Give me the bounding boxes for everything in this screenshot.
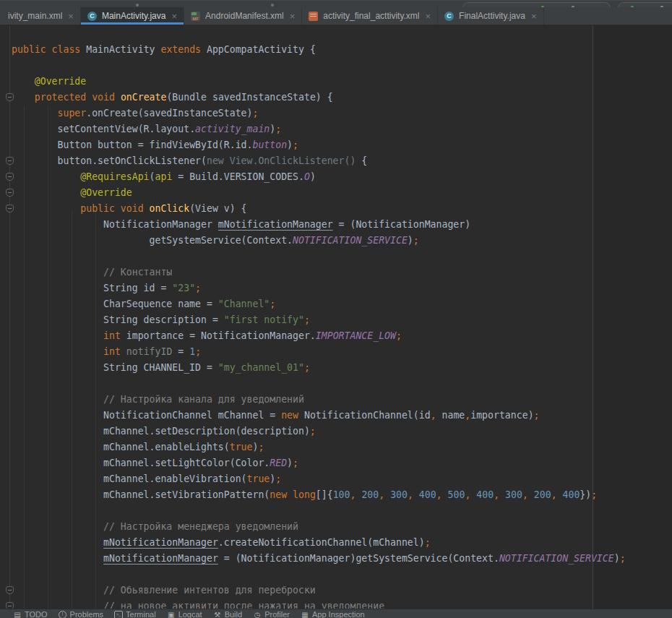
code-line[interactable]: mChannel.enableVibration(true); [12,471,672,487]
tool-window-button-problems[interactable]: Problems [59,611,103,618]
toolbar-dot-icon [136,4,139,7]
code-line[interactable]: String description = "first notify"; [12,312,672,328]
fold-marker-icon[interactable]: – [6,93,14,101]
code-token: 200 [361,489,379,500]
code-line[interactable] [12,58,672,74]
code-line[interactable]: Button button = findViewById(R.id.button… [12,137,672,153]
code-token: = Build.VERSION_CODES. [172,171,304,182]
code-line[interactable]: mNotificationManager.createNotificationC… [12,535,672,551]
code-token: 1 [189,346,195,357]
toolbar-dot-icon [271,4,274,7]
code-token: mNotificationManager [103,537,218,548]
code-token: super [58,108,87,119]
code-token: long [293,489,316,500]
tool-window-label: TODO [25,611,48,618]
code-line[interactable]: // Константы [12,265,672,280]
code-line[interactable]: // Настройка канала для уведомлений [12,392,672,408]
code-token: activity_main [195,124,270,134]
code-line[interactable]: getSystemService(Context.NOTIFICATION_SE… [12,233,672,249]
code-line[interactable]: int importance = NotificationManager.IMP… [12,328,672,344]
tool-window-button-build[interactable]: ⚒Build [213,611,242,618]
editor-tab-activity-final-acttivity-xml[interactable]: activity_final_acttivity.xml× [302,7,438,25]
code-line[interactable]: NotificationManager mNotificationManager… [12,217,672,233]
code-line[interactable]: // Настройка менеджера уведомлений [12,519,672,535]
editor-tab-mainactivity-java[interactable]: CMainActivity.java× [81,7,184,25]
tool-window-button-profiler[interactable]: ◷Profiler [253,611,290,618]
code-token: button [252,140,287,150]
run-controls-group[interactable] [462,2,611,7]
code-line[interactable] [12,376,672,392]
code-token: api [155,171,173,182]
code-token: ; [310,426,316,437]
code-line[interactable] [12,567,672,583]
code-token: ; [195,346,201,357]
code-area[interactable]: public class MainActivity extends AppCom… [12,42,672,609]
code-token: (Bundle savedInstanceState) { [166,92,332,103]
code-token: true [230,442,253,452]
code-line[interactable]: mChannel.enableLights(true); [12,439,672,455]
editor-tab-ivity-main-xml[interactable]: ivity_main.xml× [0,7,81,25]
fold-marker-icon[interactable]: – [6,205,14,213]
code-line[interactable]: String id = "23"; [12,280,672,296]
code-line[interactable]: mNotificationManager = (NotificationMana… [12,551,672,567]
code-token: ) [614,553,620,564]
code-line[interactable]: mChannel.setDescription(description); [12,424,672,439]
code-line[interactable]: @Override [12,185,672,201]
code-line[interactable]: @Override [12,74,672,90]
code-line[interactable] [12,249,672,265]
tool-window-button-terminal[interactable]: Terminal [114,611,156,618]
code-line[interactable]: String CHANNEL_ID = "my_channel_01"; [12,360,672,376]
fold-marker-icon[interactable]: – [6,189,14,197]
code-line[interactable] [12,503,672,519]
code-editor[interactable]: public class MainActivity extends AppCom… [0,25,672,609]
code-line[interactable]: public void onClick(View v) { [12,201,672,217]
tool-window-label: App Inspection [312,611,365,618]
code-line[interactable]: // на новое активити после нажатия на ув… [12,598,672,609]
code-line[interactable]: public class MainActivity extends AppCom… [12,42,672,58]
code-line[interactable]: button.setOnClickListener(new View.OnCli… [12,153,672,169]
code-token: ; [293,140,298,150]
code-token [121,346,126,357]
tool-window-button-app-inspection[interactable]: ▦App Inspection [301,611,365,618]
code-line[interactable]: int notifyID = 1; [12,344,672,360]
editor-tab-finalacttivity-java[interactable]: CFinalActtivity.java× [438,7,543,25]
code-token: ) [287,140,293,150]
close-tab-icon[interactable]: × [290,12,296,21]
tab-label: AndroidManifest.xml [204,11,285,21]
close-tab-icon[interactable]: × [426,12,431,21]
tab-label: activity_final_acttivity.xml [322,11,421,21]
code-line[interactable]: mChannel.setVibrationPattern(new long[]{… [12,487,672,503]
tool-window-button-todo[interactable]: ▤TODO [13,611,48,618]
code-line[interactable]: setContentView(R.layout.activity_main); [12,121,672,137]
main-toolbar [0,0,672,7]
code-token: 100 [333,489,350,500]
code-token: ; [270,299,275,309]
code-token: .onCreate(savedInstanceState) [86,108,252,119]
code-line[interactable]: CharSequence name = "Channel"; [12,296,672,312]
code-token: IMPORTANCE_LOW [316,330,396,341]
close-tab-icon[interactable]: × [531,12,537,21]
tool-window-button-logcat[interactable]: ▣Logcat [167,611,202,618]
code-line[interactable]: NotificationChannel mChannel = new Notif… [12,408,672,424]
code-token [144,203,150,214]
code-token [115,203,121,214]
fold-marker-icon[interactable]: – [6,173,14,181]
code-token: ; [534,410,540,421]
close-tab-icon[interactable]: × [68,12,74,21]
code-line[interactable]: protected void onCreate(Bundle savedInst… [12,90,672,106]
code-line[interactable]: super.onCreate(savedInstanceState); [12,106,672,121]
fold-marker-icon[interactable]: – [6,157,14,165]
code-line[interactable]: @RequiresApi(api = Build.VERSION_CODES.O… [12,169,672,185]
code-token: void [92,92,115,103]
close-tab-icon[interactable]: × [171,12,177,21]
fold-marker-icon[interactable]: – [6,586,14,594]
device-controls-group[interactable] [618,2,672,7]
code-token: String CHANNEL_ID = [103,362,218,373]
editor-tab-androidmanifest-xml[interactable]: MFAndroidManifest.xml× [184,7,302,25]
code-line[interactable]: // Обьявление интентов для переброски [12,583,672,598]
code-token: = (NotificationManager)getSystemService(… [218,553,499,564]
code-token: ; [252,108,258,119]
code-line[interactable]: mChannel.setLightColor(Color.RED); [12,455,672,471]
code-token: ; [620,553,626,564]
code-token: , [522,489,528,500]
